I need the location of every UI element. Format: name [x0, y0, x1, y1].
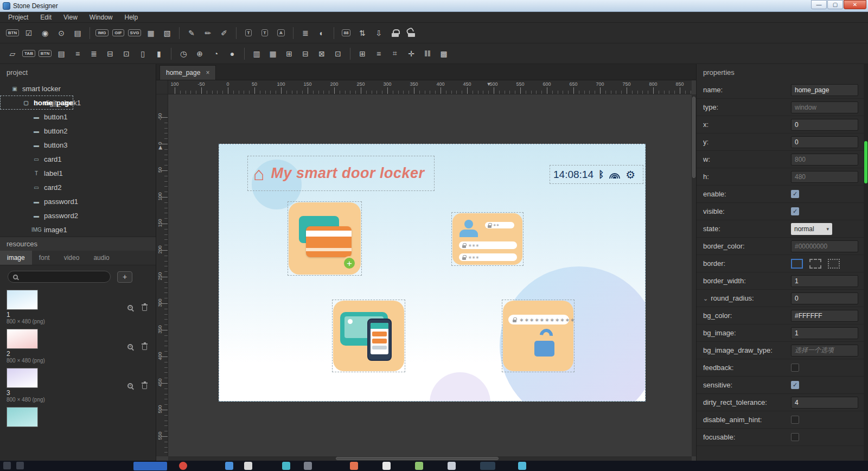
- lock-widget-icon[interactable]: [388, 26, 402, 40]
- slider-widget-icon[interactable]: ≣: [298, 26, 312, 40]
- taskbar-app-icon[interactable]: [225, 462, 233, 470]
- combo-widget-icon[interactable]: ⊟: [103, 47, 117, 61]
- card2-login[interactable]: ∗∗ ∗∗∗ ∗∗∗: [452, 213, 522, 265]
- resources-tab-audio[interactable]: audio: [86, 251, 116, 265]
- download-widget-icon[interactable]: ⇩: [372, 26, 386, 40]
- zoom-in-icon[interactable]: [127, 383, 133, 389]
- taskbar-app-icon[interactable]: [16, 462, 24, 469]
- properties-scrollbar-thumb[interactable]: [864, 141, 867, 183]
- edit-area-widget-icon[interactable]: ✐: [217, 26, 231, 40]
- menu-window[interactable]: Window: [84, 12, 119, 23]
- property-input[interactable]: 0: [791, 136, 858, 148]
- expand-chevron-icon[interactable]: ⌄: [703, 295, 708, 302]
- card4-password[interactable]: ∗∗∗∗∗∗∗∗∗∗∗: [503, 301, 573, 371]
- grid-widget-icon[interactable]: ▦: [266, 47, 280, 61]
- edit-widget-icon[interactable]: ▤: [71, 26, 85, 40]
- add-resource-button[interactable]: +: [117, 271, 132, 283]
- move-widget-icon[interactable]: ✛: [404, 47, 418, 61]
- ruler-v-marker[interactable]: ▶: [157, 142, 163, 154]
- canvas-horizontal-scrollbar[interactable]: [168, 456, 692, 461]
- numbered-list-widget-icon[interactable]: ≣: [87, 47, 101, 61]
- taskbar-app-icon[interactable]: [282, 462, 290, 470]
- card3-selection[interactable]: [332, 300, 405, 372]
- taskbar-app-icon[interactable]: [304, 462, 312, 470]
- tree-item-image1[interactable]: IMGimage1: [0, 222, 156, 237]
- resource-item[interactable]: 3800 × 480 (png): [0, 366, 156, 405]
- battery-vertical-widget-icon[interactable]: ▯: [136, 47, 150, 61]
- text-widget-icon[interactable]: T: [258, 26, 272, 40]
- property-select[interactable]: normal▾: [791, 223, 832, 235]
- property-checkbox[interactable]: ✓: [791, 207, 799, 215]
- columns-widget-icon[interactable]: ▥: [250, 47, 264, 61]
- property-input[interactable]: home_page: [791, 84, 858, 96]
- design-statusbar-block[interactable]: 14:08:14 ᛒ ⚙: [550, 165, 643, 184]
- frame-widget-icon[interactable]: ▧: [160, 26, 174, 40]
- card4-selection[interactable]: ∗∗∗∗∗∗∗∗∗∗∗: [502, 300, 575, 372]
- tree-item-button1[interactable]: ▬button1: [0, 110, 156, 124]
- page-widget-icon[interactable]: ▤: [54, 47, 68, 61]
- zoom-in-icon[interactable]: [127, 305, 133, 310]
- layout-bottom-widget-icon[interactable]: ⊟: [298, 47, 312, 61]
- resources-tab-video[interactable]: video: [57, 251, 87, 265]
- radio-button-widget-icon[interactable]: ◉: [38, 26, 52, 40]
- border-dashed-button[interactable]: [809, 259, 821, 269]
- property-input[interactable]: 1: [791, 327, 858, 339]
- list-widget-icon[interactable]: ≡: [71, 47, 85, 61]
- card1-selection[interactable]: +: [288, 201, 362, 276]
- design-artboard[interactable]: ⌂ My smart door locker 14:08:14 ᛒ ⚙ +: [219, 144, 646, 402]
- crop-widget-icon[interactable]: ⌗: [388, 47, 402, 61]
- taskbar-app-icon[interactable]: [133, 462, 167, 470]
- canvas-viewport[interactable]: ⌂ My smart door locker 14:08:14 ᛒ ⚙ +: [168, 94, 692, 456]
- layout-frame-widget-icon[interactable]: ⊡: [331, 47, 345, 61]
- small-button-widget-icon[interactable]: BTN: [38, 47, 52, 61]
- unlock-widget-icon[interactable]: [404, 26, 418, 40]
- property-input[interactable]: 4: [791, 397, 858, 409]
- art-text-widget-icon[interactable]: A: [274, 26, 288, 40]
- globe-widget-icon[interactable]: ⊕: [193, 47, 207, 61]
- button-widget-icon[interactable]: BTN: [5, 26, 20, 40]
- menu-edit[interactable]: Edit: [34, 12, 58, 23]
- gauge-widget-icon[interactable]: ◔: [209, 47, 223, 61]
- qrcode-widget-icon[interactable]: ▩: [437, 47, 451, 61]
- maximize-button[interactable]: ▢: [827, 0, 843, 9]
- menu-view[interactable]: View: [58, 12, 84, 23]
- property-input[interactable]: #FFFFFF: [791, 310, 858, 322]
- barcode-widget-icon[interactable]: ‖‖: [420, 47, 435, 61]
- property-input[interactable]: 0: [791, 292, 858, 304]
- taskbar-app-icon[interactable]: [518, 462, 526, 470]
- menu-project[interactable]: Project: [2, 12, 34, 23]
- resource-item[interactable]: 1800 × 480 (png): [0, 288, 156, 327]
- mixer-widget-icon[interactable]: ⇅: [355, 26, 369, 40]
- check-button-widget-icon[interactable]: ☑: [22, 26, 36, 40]
- border-solid-button[interactable]: [791, 259, 803, 269]
- menu-help[interactable]: Help: [119, 12, 144, 23]
- property-input[interactable]: 1: [791, 275, 858, 287]
- tree-item-card1[interactable]: ▭card1: [0, 152, 156, 166]
- tree-item-password2[interactable]: ▬password2: [0, 208, 156, 222]
- progress-widget-icon[interactable]: ▱: [5, 47, 20, 61]
- taskbar-app-icon[interactable]: [350, 462, 358, 470]
- canvas-vertical-scrollbar[interactable]: [692, 94, 696, 456]
- property-checkbox[interactable]: [791, 433, 799, 441]
- border-corner-button[interactable]: [828, 259, 840, 269]
- taskbar-app-icon[interactable]: [480, 462, 495, 470]
- taskbar-app-icon[interactable]: [382, 462, 391, 470]
- resources-tab-image[interactable]: image: [0, 251, 32, 265]
- switch-widget-icon[interactable]: ⊙: [54, 26, 68, 40]
- delete-icon[interactable]: [142, 384, 147, 389]
- tree-item-label1[interactable]: Tlabel1: [0, 166, 156, 180]
- tab-home-page[interactable]: home_page ×: [159, 65, 216, 80]
- card2-selection[interactable]: ∗∗ ∗∗∗ ∗∗∗: [451, 212, 524, 266]
- image-widget-icon[interactable]: IMG: [95, 26, 109, 40]
- half-gauge-widget-icon[interactable]: ◐: [315, 26, 329, 40]
- svg-widget-icon[interactable]: SVG: [127, 26, 142, 40]
- taskbar-app-icon[interactable]: [179, 462, 187, 470]
- resource-item[interactable]: [0, 405, 156, 444]
- edit-pencil-widget-icon[interactable]: ✎: [184, 26, 199, 40]
- tree-item-smart-locker[interactable]: ▣smart locker: [0, 81, 156, 96]
- card1-rfid[interactable]: +: [289, 202, 361, 275]
- properties-scrollbar[interactable]: [864, 64, 868, 461]
- taskbar-app-icon[interactable]: [448, 462, 456, 470]
- tree-item-button3[interactable]: ▬button3: [0, 138, 156, 152]
- animation-widget-icon[interactable]: ▦: [144, 26, 158, 40]
